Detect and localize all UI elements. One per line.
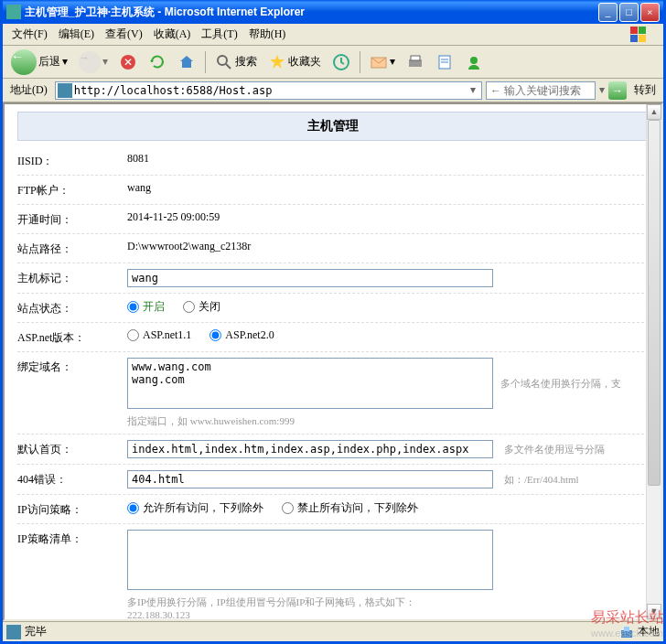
stop-button[interactable]: ✕ <box>114 49 142 75</box>
content-area: 主机管理 IISID： 8081 FTP帐户： wang 开通时间： 2014-… <box>3 102 663 621</box>
nav-back-button[interactable]: ← 后退 ▾ <box>6 49 72 75</box>
forward-arrow-icon: → <box>79 51 101 73</box>
status-on-radio[interactable] <box>127 301 139 313</box>
status-off-radio[interactable] <box>183 301 195 313</box>
host-id-label: 主机标记： <box>17 269 127 286</box>
status-page-icon <box>6 625 21 639</box>
ip-list-textarea[interactable] <box>127 530 493 590</box>
back-label: 后退 <box>38 54 60 70</box>
bind-domain-label: 绑定域名： <box>17 358 127 375</box>
aspnet-v1-label: ASP.net1.1 <box>143 328 191 342</box>
site-status-label: 站点状态： <box>17 299 127 317</box>
addressbar: 地址(D) ▾ ▾ → 转到 <box>3 79 663 102</box>
window-title: 主机管理_护卫神·主机系统 - Microsoft Internet Explo… <box>25 5 598 20</box>
err404-label: 404错误： <box>17 470 127 488</box>
go-button[interactable]: → <box>608 81 627 100</box>
close-button[interactable]: × <box>640 3 660 22</box>
ip-list-hint: 多IP使用换行分隔，IP组使用冒号分隔IP和子网掩码，格式如下： 222.188… <box>127 596 649 621</box>
iisid-label: IISID： <box>17 152 127 169</box>
address-input-wrap[interactable]: ▾ <box>55 81 482 100</box>
menu-tools[interactable]: 工具(T) <box>196 25 242 44</box>
status-on-label: 开启 <box>143 299 165 315</box>
menu-favorites[interactable]: 收藏(A) <box>148 25 197 44</box>
edit-button[interactable] <box>431 49 458 75</box>
svg-point-6 <box>218 56 227 65</box>
svg-rect-1 <box>639 27 646 34</box>
page-icon <box>58 83 72 98</box>
menu-help[interactable]: 帮助(H) <box>243 25 292 44</box>
address-dropdown-icon[interactable]: ▾ <box>467 83 479 97</box>
mail-button[interactable]: ▾ <box>365 49 400 75</box>
bind-domain-hint: 指定端口，如 www.huweishen.com:999 <box>127 414 649 428</box>
svg-rect-2 <box>630 35 638 42</box>
svg-text:✕: ✕ <box>124 56 133 69</box>
search-button[interactable]: 搜索 <box>210 49 262 75</box>
ftp-label: FTP帐户： <box>17 181 127 199</box>
menu-edit[interactable]: 编辑(E) <box>53 25 100 44</box>
ip-deny-label: 禁止所有访问，下列除外 <box>297 500 418 516</box>
ip-allow-label: 允许所有访问，下列除外 <box>143 500 263 516</box>
scroll-thumb[interactable] <box>648 120 661 486</box>
zone-icon <box>619 625 634 639</box>
default-page-hint: 多文件名使用逗号分隔 <box>504 443 605 456</box>
svg-rect-0 <box>630 27 638 34</box>
svg-rect-16 <box>621 630 632 638</box>
chevron-down-icon: ▾ <box>102 55 108 69</box>
history-button[interactable] <box>328 49 355 75</box>
page-title: 主机管理 <box>17 112 649 141</box>
titlebar: 主机管理_护卫神·主机系统 - Microsoft Internet Explo… <box>3 0 663 24</box>
search-dropdown-icon[interactable]: ▾ <box>599 83 605 97</box>
status-off-label: 关闭 <box>199 299 220 315</box>
bind-domain-textarea[interactable]: www.wang.com wang.com <box>127 358 493 409</box>
address-label: 地址(D) <box>6 82 51 98</box>
toolbar: ← 后退 ▾ → ▾ ✕ 搜索 收藏夹 ▾ <box>3 46 663 79</box>
site-path-label: 站点路径： <box>17 240 127 257</box>
open-time-label: 开通时间： <box>17 210 127 228</box>
search-label: 搜索 <box>235 54 257 70</box>
default-page-label: 默认首页： <box>17 440 127 457</box>
ip-deny-radio[interactable] <box>282 502 294 514</box>
favorites-button[interactable]: 收藏夹 <box>263 49 326 75</box>
aspnet-v1-radio[interactable] <box>127 329 139 341</box>
svg-rect-3 <box>639 35 646 42</box>
bind-domain-hint2: 多个域名使用换行分隔，支 <box>500 377 621 391</box>
aspnet-label: ASP.net版本： <box>17 328 127 346</box>
site-path-value: D:\wwwroot2\wang_c2138r <box>127 240 649 253</box>
menu-file[interactable]: 文件(F) <box>6 25 53 44</box>
statusbar: 完毕 本地 <box>3 621 663 641</box>
svg-rect-17 <box>624 627 629 631</box>
status-text: 完毕 <box>25 624 47 639</box>
ip-allow-radio[interactable] <box>127 502 139 514</box>
nav-forward-button[interactable]: → ▾ <box>74 49 113 75</box>
host-id-input[interactable] <box>127 269 493 287</box>
err404-input[interactable] <box>127 470 493 488</box>
aspnet-v2-radio[interactable] <box>209 329 221 341</box>
maximize-button[interactable]: □ <box>619 3 639 22</box>
svg-rect-11 <box>411 56 420 60</box>
ip-list-label: IP策略清单： <box>17 530 127 547</box>
address-input[interactable] <box>74 84 467 97</box>
menu-view[interactable]: 查看(V) <box>100 25 148 44</box>
messenger-button[interactable] <box>460 49 488 75</box>
scroll-up-button[interactable]: ▲ <box>647 104 661 120</box>
vertical-scrollbar[interactable]: ▲ ▼ <box>646 104 661 619</box>
chevron-down-icon: ▾ <box>390 55 395 69</box>
scroll-down-button[interactable]: ▼ <box>647 604 661 619</box>
favorites-label: 收藏夹 <box>288 54 321 70</box>
status-zone: 本地 <box>638 624 660 639</box>
ip-policy-label: IP访问策略： <box>17 500 127 518</box>
open-time-value: 2014-11-25 09:00:59 <box>127 210 649 224</box>
ie-logo-icon <box>623 26 660 44</box>
back-arrow-icon: ← <box>11 49 37 75</box>
refresh-button[interactable] <box>144 49 171 75</box>
go-label: 转到 <box>630 82 660 98</box>
err404-hint: 如：/Err/404.html <box>504 473 579 487</box>
home-button[interactable] <box>173 49 200 75</box>
minimize-button[interactable]: _ <box>598 3 618 22</box>
default-page-input[interactable] <box>127 440 493 458</box>
ftp-value: wang <box>127 181 649 195</box>
keyword-search-input[interactable] <box>486 81 596 100</box>
app-icon <box>6 5 21 19</box>
menubar: 文件(F) 编辑(E) 查看(V) 收藏(A) 工具(T) 帮助(H) <box>3 24 663 46</box>
print-button[interactable] <box>402 49 429 75</box>
